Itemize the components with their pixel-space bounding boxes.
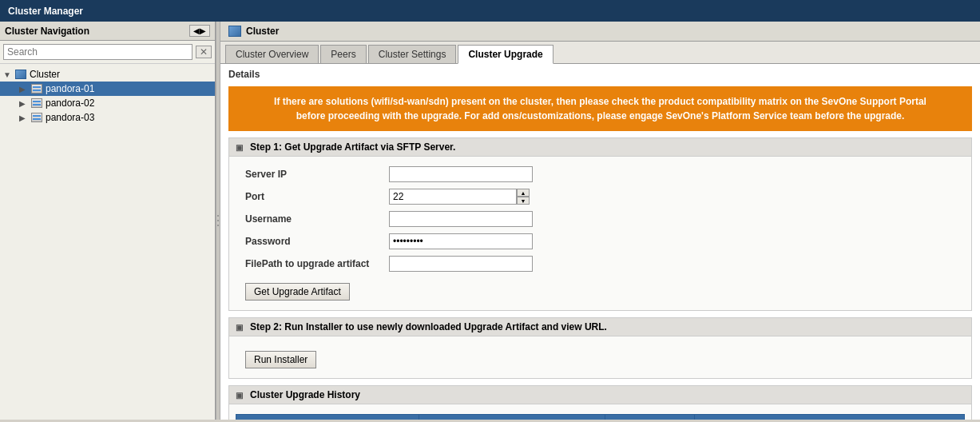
tab-cluster-settings[interactable]: Cluster Settings (368, 45, 457, 63)
sidebar-collapse-button[interactable]: ◀▶ (189, 25, 210, 37)
upgrade-history-collapse-indicator: ▣ (236, 391, 245, 400)
step1-collapse-indicator: ▣ (236, 143, 245, 152)
password-input[interactable] (389, 233, 533, 249)
app-title: Cluster Manager (8, 6, 83, 17)
sidebar: Cluster Navigation ◀▶ ✕ ▼ Cluster ▶ pand… (0, 22, 216, 420)
tree-expander-pandora-02: ▶ (19, 99, 29, 108)
step1-title: Step 1: Get Upgrade Artifact via SFTP Se… (250, 141, 455, 153)
port-wrapper: 22 ▲ ▼ (389, 189, 530, 205)
step1-body: Server IP Port 22 ▲ ▼ (229, 157, 971, 310)
port-input[interactable]: 22 (389, 189, 517, 205)
details-label: Details (228, 69, 972, 80)
upgrade-history-header[interactable]: ▣ Cluster Upgrade History (229, 386, 971, 404)
filepath-input[interactable] (389, 256, 533, 272)
step2-collapse-indicator: ▣ (236, 323, 245, 332)
run-installer-button[interactable]: Run Installer (245, 351, 316, 368)
search-area: ✕ (0, 41, 215, 64)
step2-section: ▣ Step 2: Run Installer to use newly dow… (228, 317, 972, 379)
tree-area: ▼ Cluster ▶ pandora-01 ▶ pandora-02 (0, 64, 215, 420)
cluster-icon (14, 69, 27, 80)
step2-title: Step 2: Run Installer to use newly downl… (250, 321, 607, 332)
warning-banner: If there are solutions (wifi/sd-wan/sdn)… (228, 86, 972, 131)
search-clear-button[interactable]: ✕ (196, 46, 212, 58)
port-row: Port 22 ▲ ▼ (245, 189, 955, 205)
tree-label-pandora-01: pandora-01 (46, 83, 94, 94)
tree-label-pandora-03: pandora-03 (46, 112, 94, 123)
username-label: Username (245, 213, 389, 225)
title-bar: Cluster Manager (0, 0, 980, 22)
tree-item-pandora-01[interactable]: ▶ pandora-01 (0, 82, 215, 96)
tabs-bar: Cluster Overview Peers Cluster Settings … (220, 42, 980, 64)
port-decrement-button[interactable]: ▼ (517, 197, 530, 205)
tab-cluster-upgrade[interactable]: Cluster Upgrade (458, 45, 553, 64)
server-icon-pandora-01 (30, 83, 43, 94)
tree-item-cluster[interactable]: ▼ Cluster (0, 67, 215, 82)
tab-peers[interactable]: Peers (320, 45, 366, 63)
tab-content: Details If there are solutions (wifi/sd-… (220, 64, 980, 420)
upgrade-history-table: Starting Version Forward Version Status … (236, 414, 965, 420)
server-icon-pandora-03 (30, 112, 43, 123)
content-area: Cluster Cluster Overview Peers Cluster S… (220, 22, 980, 420)
server-ip-label: Server IP (245, 169, 389, 180)
th-status: Status (605, 415, 695, 420)
tree-item-pandora-02[interactable]: ▶ pandora-02 (0, 96, 215, 110)
warning-text-line2: before proceeding with the upgrade. For … (296, 110, 905, 121)
main-layout: Cluster Navigation ◀▶ ✕ ▼ Cluster ▶ pand… (0, 22, 980, 420)
tree-item-pandora-03[interactable]: ▶ pandora-03 (0, 110, 215, 125)
content-cluster-icon (228, 26, 241, 37)
username-input[interactable] (389, 211, 533, 227)
get-upgrade-artifact-button[interactable]: Get Upgrade Artifact (245, 283, 350, 301)
username-row: Username (245, 211, 955, 227)
server-ip-input[interactable] (389, 166, 533, 182)
port-label: Port (245, 191, 389, 202)
filepath-label: FilePath to upgrade artifact (245, 258, 389, 269)
step2-header[interactable]: ▣ Step 2: Run Installer to use newly dow… (229, 318, 971, 336)
tree-label-cluster: Cluster (30, 69, 60, 80)
tree-label-pandora-02: pandora-02 (46, 98, 94, 109)
warning-text-line1: If there are solutions (wifi/sd-wan/sdn)… (274, 96, 926, 107)
step1-section: ▣ Step 1: Get Upgrade Artifact via SFTP … (228, 137, 972, 311)
server-ip-row: Server IP (245, 166, 955, 182)
port-increment-button[interactable]: ▲ (517, 189, 530, 197)
filepath-row: FilePath to upgrade artifact (245, 256, 955, 272)
tab-cluster-overview[interactable]: Cluster Overview (225, 45, 319, 63)
th-starting-version: Starting Version (236, 415, 419, 420)
upgrade-history-section: ▣ Cluster Upgrade History Starting Versi… (228, 385, 972, 420)
th-forward-version: Forward Version (419, 415, 605, 420)
tree-expander-cluster: ▼ (3, 70, 13, 79)
th-completion-time: Upgrade completion time (695, 415, 965, 420)
content-title: Cluster (246, 26, 279, 37)
content-header: Cluster (220, 22, 980, 42)
tree-expander-pandora-03: ▶ (19, 113, 29, 122)
table-header-row: Starting Version Forward Version Status … (236, 415, 965, 420)
sidebar-header: Cluster Navigation ◀▶ (0, 22, 215, 41)
server-icon-pandora-02 (30, 98, 43, 109)
upgrade-history-title: Cluster Upgrade History (250, 389, 360, 400)
port-spinner: ▲ ▼ (517, 189, 530, 205)
password-label: Password (245, 236, 389, 247)
tree-expander-pandora-01: ▶ (19, 85, 29, 94)
search-input[interactable] (3, 44, 192, 60)
sidebar-title: Cluster Navigation (5, 26, 89, 37)
step2-body: Run Installer (229, 336, 971, 378)
password-row: Password (245, 233, 955, 249)
step1-header[interactable]: ▣ Step 1: Get Upgrade Artifact via SFTP … (229, 138, 971, 157)
upgrade-history-body: Starting Version Forward Version Status … (229, 404, 971, 420)
